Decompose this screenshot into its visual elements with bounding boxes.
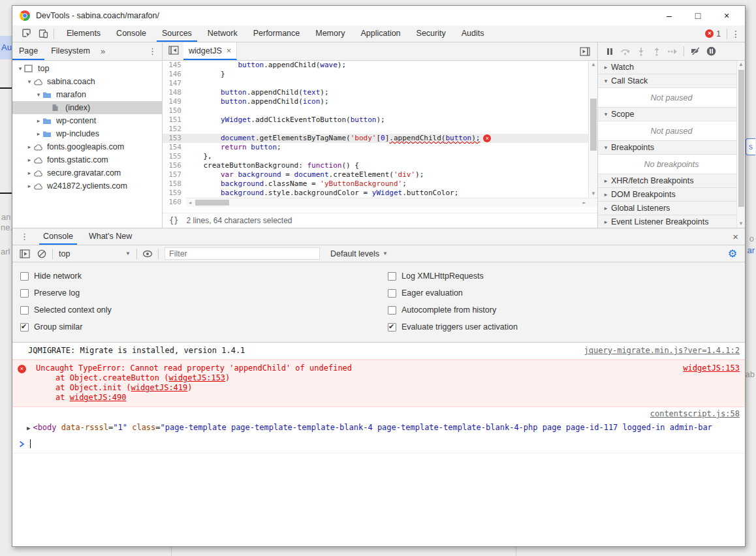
tree-item-marafon[interactable]: ▾marafon: [12, 88, 162, 101]
tab-console[interactable]: Console: [111, 25, 151, 42]
line-number[interactable]: 154: [163, 143, 186, 152]
tab-application[interactable]: Application: [355, 25, 405, 42]
line-number[interactable]: 145: [163, 61, 186, 70]
line-number[interactable]: 152: [163, 125, 186, 134]
tree-item-top[interactable]: ▾top: [12, 62, 162, 75]
console-log-message[interactable]: jquery-migrate.min.js?ver=1.4.1:2JQMIGRA…: [12, 343, 745, 360]
setting-autocomplete-from-history[interactable]: Autocomplete from history: [388, 301, 518, 318]
line-number[interactable]: 146: [163, 70, 186, 79]
error-count-badge[interactable]: × 1: [705, 29, 721, 39]
console-prompt[interactable]: [12, 435, 745, 454]
pause-on-exceptions-icon[interactable]: [703, 44, 719, 59]
scroll-down-icon[interactable]: ▼: [589, 190, 597, 198]
tab-network[interactable]: Network: [202, 25, 243, 42]
line-number[interactable]: 156: [163, 161, 186, 170]
tree-expanded-icon[interactable]: ▾: [35, 91, 42, 98]
code-line-147[interactable]: 147: [163, 79, 597, 88]
line-number[interactable]: 159: [163, 189, 186, 198]
close-drawer-icon[interactable]: ×: [726, 228, 745, 245]
setting-evaluate-triggers-user-activation[interactable]: Evaluate triggers user activation: [388, 318, 518, 335]
tree-item-fonts-googleapis-com[interactable]: ▸fonts.googleapis.com: [12, 140, 162, 153]
tree-expanded-icon[interactable]: ▾: [16, 65, 24, 72]
setting-eager-evaluation[interactable]: Eager evaluation: [388, 285, 518, 301]
tree-collapsed-icon[interactable]: ▸: [35, 131, 42, 137]
section-global-listeners[interactable]: ▸Global Listeners: [598, 202, 745, 215]
line-number[interactable]: 149: [163, 97, 186, 106]
line-number[interactable]: 148: [163, 88, 186, 97]
section-event-listener-breakpoints[interactable]: ▸Event Listener Breakpoints: [598, 215, 745, 228]
setting-group-similar[interactable]: Group similar: [20, 318, 388, 335]
pretty-print-icon[interactable]: {}: [169, 216, 178, 225]
deactivate-breakpoints-icon[interactable]: [687, 44, 703, 59]
console-settings-gear-icon[interactable]: ⚙: [728, 247, 741, 260]
setting-selected-context-only[interactable]: Selected context only: [20, 301, 388, 318]
line-number[interactable]: 157: [163, 170, 186, 179]
inspect-element-icon[interactable]: [18, 26, 35, 42]
code-line-151[interactable]: 151 yWidget.addClickEventToButton(button…: [163, 116, 597, 125]
title-bar[interactable]: DevTools - sabina.coach/marafon/ – □ ×: [12, 6, 745, 25]
line-number[interactable]: 158: [163, 179, 186, 189]
tree-item-wp-includes[interactable]: ▸wp-includes: [12, 127, 162, 140]
checkbox[interactable]: [20, 272, 29, 281]
maximize-button[interactable]: □: [684, 7, 712, 25]
source-link[interactable]: jquery-migrate.min.js?ver=1.4.1:2: [584, 346, 740, 356]
tab-performance[interactable]: Performance: [248, 25, 306, 42]
step-out-icon[interactable]: [649, 44, 665, 59]
source-link[interactable]: widgetJS:153: [683, 363, 740, 373]
source-link[interactable]: widgetJS:153: [168, 373, 225, 382]
checkbox[interactable]: [20, 306, 29, 315]
code-line-154[interactable]: 154 return button;: [163, 143, 597, 152]
editor-vertical-scrollbar[interactable]: ▲ ▼: [588, 61, 597, 198]
checkbox[interactable]: [20, 289, 29, 298]
section-call-stack[interactable]: ▾Call Stack: [598, 74, 745, 88]
tree-item-fonts-gstatic-com[interactable]: ▸fonts.gstatic.com: [12, 153, 162, 166]
code-line-155[interactable]: 155 },: [163, 152, 597, 161]
step-icon[interactable]: [665, 44, 680, 59]
live-expression-eye-icon[interactable]: [139, 246, 156, 262]
tree-collapsed-icon[interactable]: ▸: [35, 117, 42, 124]
tree-collapsed-icon[interactable]: ▸: [25, 183, 33, 189]
step-over-icon[interactable]: [618, 44, 633, 59]
checkbox-checked[interactable]: [20, 323, 29, 332]
line-number[interactable]: 147: [163, 79, 186, 88]
setting-log-xmlhttprequests[interactable]: Log XMLHttpRequests: [388, 268, 518, 285]
section-breakpoints[interactable]: ▾Breakpoints: [598, 141, 745, 155]
tab-memory[interactable]: Memory: [310, 25, 350, 42]
section-dom-breakpoints[interactable]: ▸DOM Breakpoints: [598, 188, 745, 202]
close-tab-icon[interactable]: ×: [227, 46, 232, 55]
console-sidebar-icon[interactable]: [16, 246, 33, 262]
device-toolbar-icon[interactable]: [35, 26, 52, 42]
filter-input[interactable]: [165, 247, 320, 260]
tree-collapsed-icon[interactable]: ▸: [25, 170, 33, 176]
pause-script-icon[interactable]: [602, 44, 618, 59]
line-number[interactable]: 151: [163, 116, 186, 125]
scroll-up-icon[interactable]: ▲: [589, 61, 597, 69]
code-line-150[interactable]: 150: [163, 106, 597, 116]
tree-collapsed-icon[interactable]: ▸: [25, 144, 33, 150]
line-number[interactable]: 155: [163, 152, 186, 161]
setting-preserve-log[interactable]: Preserve log: [20, 285, 388, 301]
code-line-158[interactable]: 158 background.className = 'yButtonBackg…: [163, 179, 597, 189]
code-line-146[interactable]: 146 }: [163, 70, 597, 79]
console-tab-console[interactable]: Console: [39, 228, 77, 245]
line-number[interactable]: 153: [163, 134, 186, 143]
code-line-153[interactable]: 153 document.getElementsByTagName('body'…: [163, 134, 597, 143]
scroll-right-icon[interactable]: ►: [580, 198, 588, 207]
sidebar-scrollbar[interactable]: ▲ ▼: [736, 61, 745, 228]
tree-item-index[interactable]: (index): [12, 101, 162, 114]
more-tabs-icon[interactable]: »: [97, 42, 109, 60]
source-link[interactable]: widgetJS:490: [70, 393, 127, 402]
step-into-icon[interactable]: [633, 44, 649, 59]
code-editor[interactable]: 145 button.appendChild(wave);146 }147148…: [163, 61, 597, 198]
tree-item-secure-gravatar-com[interactable]: ▸secure.gravatar.com: [12, 166, 162, 179]
error-icon[interactable]: ×: [483, 134, 491, 142]
checkbox[interactable]: [388, 289, 396, 298]
tree-item-sabina-coach[interactable]: ▾sabina.coach: [12, 75, 162, 88]
code-line-152[interactable]: 152: [163, 125, 597, 134]
context-selector[interactable]: top ▼: [55, 249, 134, 258]
editor-tab-widgetjs[interactable]: widgetJS ×: [183, 42, 237, 60]
code-line-145[interactable]: 145 button.appendChild(wave);: [163, 61, 597, 70]
console-error-message[interactable]: ×widgetJS:153Uncaught TypeError: Cannot …: [12, 360, 745, 407]
code-line-148[interactable]: 148 button.appendChild(text);: [163, 88, 597, 97]
tree-item-wp-content[interactable]: ▸wp-content: [12, 114, 162, 127]
